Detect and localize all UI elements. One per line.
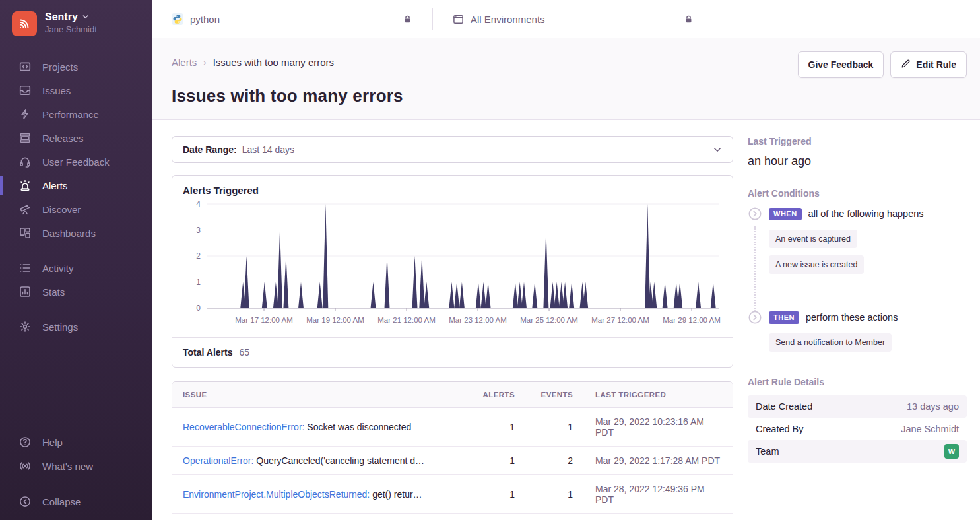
- lock-icon[interactable]: [684, 15, 694, 24]
- environment-value: All Environments: [471, 14, 545, 25]
- sidebar-item-user-feedback[interactable]: User Feedback: [0, 150, 152, 174]
- sidebar-item-settings[interactable]: Settings: [0, 315, 152, 339]
- total-alerts-row: Total Alerts 65: [172, 337, 733, 367]
- sidebar-nav: ProjectsIssuesPerformanceReleasesUser Fe…: [0, 46, 152, 339]
- edit-rule-button[interactable]: Edit Rule: [890, 51, 967, 78]
- sidebar-item-performance[interactable]: Performance: [0, 102, 152, 126]
- conditions-connector: [754, 226, 756, 311]
- events-count: 1: [515, 489, 573, 500]
- team-avatar-badge[interactable]: W: [944, 444, 959, 459]
- environment-selector[interactable]: All Environments: [453, 14, 694, 25]
- sidebar-footer: HelpWhat's newCollapse: [0, 430, 152, 520]
- pencil-icon: [901, 59, 911, 71]
- discover-icon: [18, 203, 32, 216]
- svg-text:4: 4: [196, 199, 201, 209]
- table-row: RecoverableConnectionError: Socket was d…: [172, 408, 733, 447]
- sidebar-item-activity[interactable]: Activity: [0, 256, 152, 280]
- sidebar-item-issues[interactable]: Issues: [0, 79, 152, 102]
- sidebar-item-label: Settings: [42, 321, 78, 333]
- alerts-triggered-chart[interactable]: 01234Mar 17 12:00 AMMar 19 12:00 AMMar 2…: [183, 199, 722, 336]
- detail-label: Created By: [756, 424, 804, 434]
- sidebar-item-label: Issues: [42, 85, 71, 96]
- issues-table-body: RecoverableConnectionError: Socket was d…: [172, 408, 733, 520]
- circle-chevron-icon[interactable]: [748, 310, 762, 325]
- stats-icon: [18, 285, 32, 298]
- column-header-issue: ISSUE: [183, 391, 461, 399]
- issue-description: get() retur…: [370, 489, 422, 500]
- date-range-value: Last 14 days: [242, 145, 294, 155]
- table-row: EnvironmentProject.MultipleObjectsReturn…: [172, 475, 733, 514]
- alert-conditions-heading: Alert Conditions: [748, 188, 967, 199]
- sidebar-item-label: User Feedback: [42, 156, 110, 168]
- column-header-last-triggered: LAST TRIGGERED: [573, 391, 722, 399]
- svg-text:0: 0: [196, 304, 201, 313]
- python-project-icon: [172, 13, 183, 25]
- condition-pill: A new issue is created: [769, 255, 864, 274]
- sidebar-item-alerts[interactable]: Alerts: [0, 174, 152, 197]
- nav-group-gap: [0, 478, 152, 490]
- side-panel: Last Triggered an hour ago Alert Conditi…: [748, 136, 967, 520]
- environment-icon: [453, 14, 464, 25]
- svg-text:1: 1: [196, 278, 201, 287]
- issue-link[interactable]: RecoverableConnectionError:: [183, 422, 304, 432]
- issues-icon: [18, 84, 32, 97]
- sidebar-item-stats[interactable]: Stats: [0, 280, 152, 304]
- lock-icon[interactable]: [403, 15, 412, 24]
- total-alerts-value: 65: [239, 347, 249, 358]
- activity-icon: [18, 261, 32, 275]
- main-column: Date Range: Last 14 days Alerts Triggere…: [172, 136, 733, 520]
- svg-text:Mar 21 12:00 AM: Mar 21 12:00 AM: [377, 316, 436, 324]
- issue-cell: RecoverableConnectionError: Socket was d…: [183, 422, 461, 432]
- sidebar-item-collapse[interactable]: Collapse: [0, 490, 152, 513]
- sidebar-item-projects[interactable]: Projects: [0, 55, 152, 79]
- sidebar-header: Sentry Jane Schmidt: [0, 0, 152, 46]
- detail-label: Date Created: [756, 401, 812, 412]
- alert-rule-details: Alert Rule Details Date Created13 days a…: [748, 377, 967, 463]
- date-range-selector[interactable]: Date Range: Last 14 days: [172, 136, 733, 163]
- sidebar-item-what-s-new[interactable]: What's new: [0, 454, 152, 478]
- sidebar-item-label: Releases: [42, 133, 84, 144]
- svg-text:3: 3: [196, 226, 201, 235]
- circle-chevron-icon[interactable]: [748, 207, 762, 221]
- issue-cell: EnvironmentProject.MultipleObjectsReturn…: [183, 489, 461, 500]
- project-selector[interactable]: python: [172, 13, 412, 25]
- sidebar-item-label: Dashboards: [42, 228, 96, 239]
- sentry-logo-icon: [16, 16, 32, 32]
- issue-cell: OperationalError: QueryCanceled('canceli…: [183, 455, 461, 466]
- help-icon: [18, 436, 32, 449]
- detail-row-date-created: Date Created13 days ago: [748, 395, 967, 418]
- condition-pill: Send a notification to Member: [769, 333, 892, 352]
- sidebar-item-label: Projects: [42, 61, 78, 73]
- events-count: 1: [515, 422, 573, 432]
- alert-conditions: WHEN all of the following happens An eve…: [748, 207, 967, 352]
- projects-icon: [18, 60, 32, 73]
- last-triggered-cell: Mar 28, 2022 12:49:36 PM PDT: [573, 484, 722, 505]
- sidebar-item-releases[interactable]: Releases: [0, 126, 152, 150]
- give-feedback-button[interactable]: Give Feedback: [798, 51, 884, 78]
- org-switcher[interactable]: Sentry Jane Schmidt: [45, 11, 97, 34]
- issues-table-header: ISSUEALERTSEVENTSLAST TRIGGERED: [172, 382, 733, 408]
- sidebar-item-discover[interactable]: Discover: [0, 197, 152, 221]
- sidebar-item-label: What's new: [42, 461, 93, 472]
- breadcrumb-alerts-link[interactable]: Alerts: [172, 57, 197, 68]
- sidebar-item-dashboards[interactable]: Dashboards: [0, 221, 152, 245]
- then-badge: THEN: [769, 311, 799, 324]
- alert-rule-details-rows: Date Created13 days agoCreated ByJane Sc…: [748, 395, 967, 463]
- sidebar-item-label: Activity: [42, 263, 74, 274]
- sidebar-item-help[interactable]: Help: [0, 430, 152, 454]
- issue-link[interactable]: OperationalError:: [183, 455, 253, 466]
- issues-table: ISSUEALERTSEVENTSLAST TRIGGERED Recovera…: [172, 381, 733, 520]
- nav-group-gap: [0, 245, 152, 256]
- last-triggered-value: an hour ago: [748, 154, 967, 168]
- alerts-count: 1: [461, 455, 515, 466]
- issue-description: QueryCanceled('canceling statement d…: [253, 455, 424, 466]
- performance-icon: [18, 108, 32, 121]
- topbar-divider: [432, 8, 433, 30]
- when-text: all of the following happens: [808, 209, 924, 219]
- table-row: Error: HTTPConnectionPool(host='127.0.0.…: [172, 514, 733, 520]
- svg-text:2: 2: [196, 251, 201, 261]
- last-triggered-cell: Mar 29, 2022 1:17:28 AM PDT: [573, 455, 722, 466]
- sentry-logo[interactable]: [12, 11, 37, 36]
- total-alerts-label: Total Alerts: [183, 347, 232, 358]
- issue-link[interactable]: EnvironmentProject.MultipleObjectsReturn…: [183, 489, 370, 500]
